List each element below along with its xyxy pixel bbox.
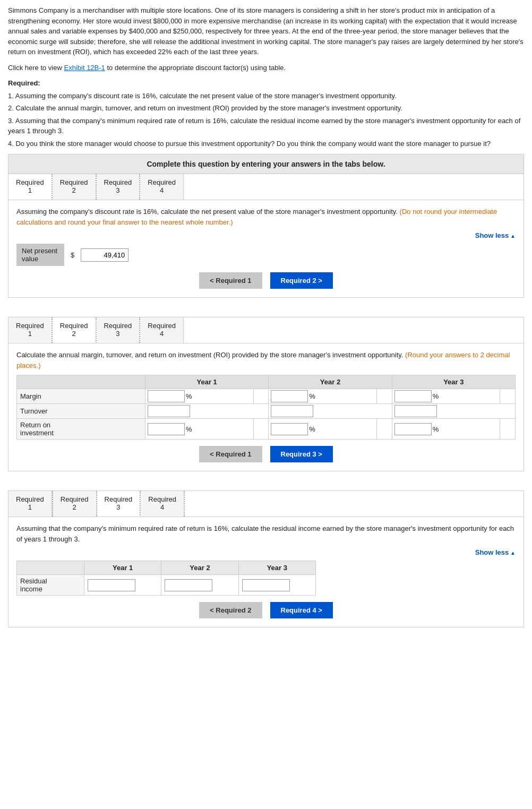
card1-npv-input[interactable] [81, 248, 128, 262]
roi-y3-cell: % [392, 419, 500, 440]
turnover-label: Turnover [17, 404, 145, 419]
residual-y3-input[interactable] [242, 579, 290, 591]
card3-content: Assuming that the company's minimum requ… [8, 517, 524, 627]
card1-tab-2[interactable]: Required2 [53, 174, 97, 200]
required-item-2: 2. Calculate the annual margin, turnover… [8, 103, 524, 114]
roi-y1-cell: % [145, 419, 254, 440]
question-card-3: Required1 Required2 Required3 Required4 … [8, 490, 524, 627]
card2-prev-button[interactable]: < Required 1 [199, 446, 262, 462]
card2-col-year2: Year 2 [269, 375, 392, 389]
exhibit-line: Click here to view Exhibit 12B-1 to dete… [8, 63, 524, 73]
table-row: Residualincome [17, 575, 316, 596]
card2-tab-4[interactable]: Required4 [140, 317, 184, 343]
residual-label: Residualincome [17, 575, 84, 596]
card3-tab-1[interactable]: Required1 [8, 491, 52, 517]
margin-y3-cell: % [392, 389, 500, 404]
main-container: Simmons Company is a merchandiser with m… [0, 0, 532, 642]
card1-next-button[interactable]: Required 2 > [270, 272, 333, 289]
divider-2 [8, 481, 524, 490]
card3-col-year2: Year 2 [161, 561, 238, 575]
card1-show-less-btn[interactable]: Show less [475, 231, 516, 239]
card2-instruction: Calculate the annual margin, turnover, a… [16, 350, 516, 371]
roi-y1-pct: % [186, 425, 192, 433]
margin-y1-pct: % [186, 392, 192, 400]
roi-y1-input[interactable] [148, 423, 185, 435]
margin-y3-input[interactable] [394, 390, 432, 402]
margin-y3-pct: % [433, 392, 439, 400]
residual-y1-input[interactable] [88, 579, 135, 591]
table-row: Return oninvestment % % [17, 419, 516, 440]
required-item-1: 1. Assuming the company's discount rate … [8, 91, 524, 101]
margin-y2-spacer [377, 389, 392, 404]
card1-header: Complete this question by entering your … [8, 154, 524, 174]
card3-tab-3[interactable]: Required3 [97, 491, 141, 517]
card2-col-year1: Year 1 [145, 375, 269, 389]
required-item-3: 3. Assuming that the company's minimum r… [8, 116, 524, 136]
card3-tab-2[interactable]: Required2 [52, 491, 97, 517]
divider-1 [8, 307, 524, 317]
turnover-y3-input[interactable] [394, 405, 437, 417]
roi-y3-pct: % [433, 425, 439, 433]
roi-y3-input[interactable] [394, 423, 432, 435]
roi-y2-pct: % [309, 425, 315, 433]
card3-residual-table: Year 1 Year 2 Year 3 Residualincome [16, 561, 316, 596]
card3-col-year3: Year 3 [238, 561, 315, 575]
turnover-y1-cell [145, 404, 269, 419]
margin-y2-input[interactable] [271, 390, 308, 402]
exhibit-prefix: Click here to view [8, 64, 62, 72]
card1-prev-button[interactable]: < Required 1 [199, 272, 262, 289]
turnover-y1-input[interactable] [148, 405, 190, 417]
card3-tab-4[interactable]: Required4 [141, 491, 185, 517]
card2-tab-3[interactable]: Required3 [97, 317, 141, 343]
roi-y3-spacer [500, 419, 516, 440]
residual-y1-cell [84, 575, 161, 596]
required-section: Required: 1. Assuming the company's disc… [8, 78, 524, 149]
card3-instruction: Assuming that the company's minimum requ… [16, 523, 516, 544]
card2-tab-2[interactable]: Required2 [53, 317, 97, 343]
intro-paragraph: Simmons Company is a merchandiser with m… [8, 5, 524, 57]
roi-y2-cell: % [269, 419, 377, 440]
roi-label: Return oninvestment [17, 419, 145, 440]
card3-nav-buttons: < Required 2 Required 4 > [16, 602, 516, 618]
card2-tab-1[interactable]: Required1 [8, 317, 53, 343]
roi-y2-input[interactable] [271, 423, 308, 435]
card1-tab-4[interactable]: Required4 [140, 174, 184, 200]
margin-y1-input[interactable] [148, 390, 185, 402]
margin-y1-spacer [253, 389, 269, 404]
card2-next-button[interactable]: Required 3 > [270, 446, 333, 462]
margin-label: Margin [17, 389, 145, 404]
margin-y3-spacer [500, 389, 516, 404]
card2-content: Calculate the annual margin, turnover, a… [8, 343, 524, 471]
card1-nav-buttons: < Required 1 Required 2 > [16, 272, 516, 289]
exhibit-link[interactable]: Exhibit 12B-1 [64, 64, 105, 72]
question-card-2: Required1 Required2 Required3 Required4 … [8, 317, 524, 471]
margin-y2-pct: % [309, 392, 315, 400]
question-card-1: Complete this question by entering your … [8, 154, 524, 298]
card1-npv-row: Net presentvalue $ [16, 244, 516, 266]
roi-y1-spacer [253, 419, 269, 440]
residual-y2-input[interactable] [165, 579, 212, 591]
card3-col-empty [17, 561, 84, 575]
card1-instruction-text: Assuming the company's discount rate is … [16, 208, 398, 216]
required-label: Required: [8, 78, 524, 89]
margin-y2-cell: % [269, 389, 377, 404]
card1-tab-1[interactable]: Required1 [8, 174, 53, 200]
card1-tabs: Required1 Required2 Required3 Required4 [8, 174, 524, 200]
card3-show-less-row: Show less [16, 548, 516, 556]
card3-show-less-btn[interactable]: Show less [475, 548, 516, 556]
card1-tab-3[interactable]: Required3 [97, 174, 141, 200]
card1-instruction: Assuming the company's discount rate is … [16, 206, 516, 227]
card2-tabs: Required1 Required2 Required3 Required4 [8, 317, 524, 343]
card2-header-row: Year 1 Year 2 Year 3 [17, 375, 516, 389]
card3-header-row: Year 1 Year 2 Year 3 [17, 561, 316, 575]
card3-next-button[interactable]: Required 4 > [270, 602, 333, 618]
roi-y2-spacer [377, 419, 392, 440]
card2-table: Year 1 Year 2 Year 3 Margin % [16, 375, 516, 440]
card1-content: Assuming the company's discount rate is … [8, 200, 524, 297]
margin-y1-cell: % [145, 389, 254, 404]
card3-prev-button[interactable]: < Required 2 [199, 602, 262, 618]
turnover-y2-input[interactable] [271, 405, 313, 417]
card1-dollar-sign: $ [68, 249, 76, 261]
card2-col-year3: Year 3 [392, 375, 515, 389]
residual-y3-cell [238, 575, 315, 596]
